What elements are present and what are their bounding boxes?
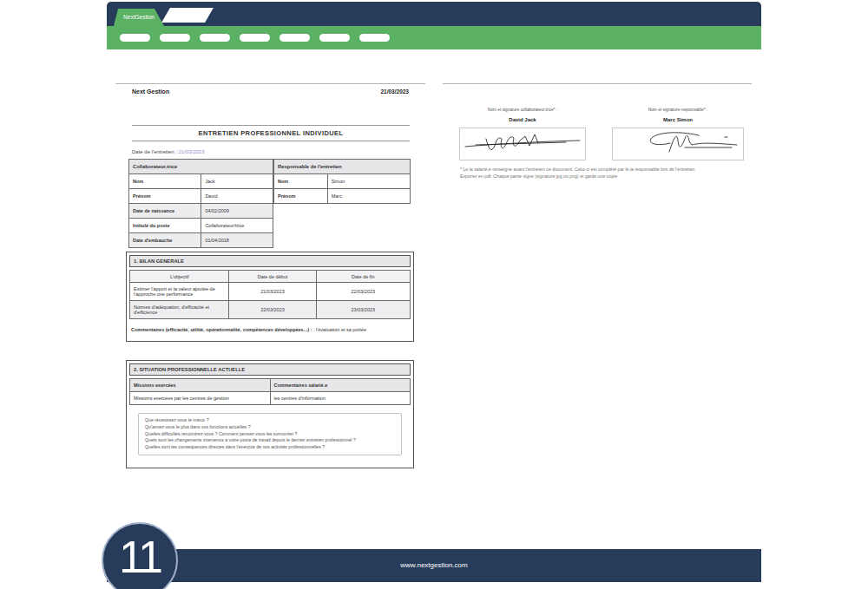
field-label: Prénom: [274, 189, 328, 204]
footer-bar: www.nextgestion.com: [107, 549, 761, 582]
field-value: 01/04/2018: [201, 233, 273, 248]
manager-signature-block: Nom et signature responsable* : Marc Sim…: [612, 108, 744, 160]
document-title: ENTRETIEN PROFESSIONNEL INDIVIDUEL: [132, 129, 410, 137]
table-row: Intitulé du poste Collaborateur/trice: [129, 219, 273, 233]
nav-pill-1[interactable]: [120, 34, 150, 42]
nav-pill-7[interactable]: [359, 34, 390, 42]
nav-pill-2[interactable]: [160, 34, 190, 42]
document-brand: Next Gestion: [132, 88, 169, 95]
collaborator-table-header: Collaborateur.trice: [129, 160, 273, 174]
interview-date-value: 21/03/2023: [179, 149, 205, 154]
field-value: Marc: [327, 189, 410, 204]
objective-cell: Normes d'adéquation, d'efficacité et d'e…: [130, 301, 229, 319]
table-row: Estimer l'apport et la valeur ajoutée de…: [130, 283, 411, 301]
objective-cell: Estimer l'apport et la valeur ajoutée de…: [130, 283, 229, 301]
table-row: Prénom David: [129, 189, 273, 204]
start-date-cell: 22/03/2023: [229, 301, 316, 319]
decorative-parallelogram: [161, 8, 214, 23]
comments-label: Commentaires (efficacité, utilité, opéra…: [131, 327, 312, 332]
question-line: Quels sont les changements intervenus à …: [145, 437, 395, 444]
collaborator-name: David Jack: [459, 117, 586, 122]
page-number-badge: 11: [102, 522, 178, 589]
column-header: Date de début: [229, 271, 316, 283]
missions-cell: Missions exercées par les centres de ges…: [130, 392, 271, 405]
collaborator-signature-label: Nom et signature collaborateur.trice* :: [459, 108, 586, 112]
section2-title: 2. SITUATION PROFESSIONNELLE ACTUELLE: [129, 363, 411, 376]
table-row: Prénom Marc: [274, 189, 411, 204]
field-value: Jack: [201, 174, 273, 189]
end-date-cell: 22/03/2023: [316, 283, 410, 301]
end-date-cell: 23/03/2023: [316, 301, 410, 319]
field-value: Simon: [327, 174, 410, 189]
nav-pills: [120, 34, 390, 42]
top-navy-bar: NextGestion: [107, 2, 761, 26]
slide-canvas: NextGestion Next Gestion 21/03/2023 ENTR…: [0, 0, 868, 589]
identity-tables: Collaborateur.trice Nom Jack Prénom Davi…: [128, 159, 411, 248]
document-header: Next Gestion 21/03/2023: [115, 84, 425, 95]
collaborator-signature-icon: [460, 128, 585, 160]
collaborator-signature-block: Nom et signature collaborateur.trice* : …: [459, 108, 586, 160]
collaborator-table: Collaborateur.trice Nom Jack Prénom Davi…: [128, 159, 273, 248]
field-value: Collaborateur/trice: [201, 219, 273, 233]
table-row: Date d'embauche 01/04/2018: [129, 233, 273, 248]
column-header: Date de fin: [316, 271, 410, 283]
comment-cell: les centres d'information: [270, 392, 411, 405]
section1-title: 1. BILAN GENERALE: [129, 255, 411, 267]
field-label: Nom: [274, 174, 328, 189]
manager-name: Marc Simon: [612, 117, 744, 122]
manager-table-header: Responsable de l'entretien: [274, 160, 411, 174]
page-number: 11: [119, 531, 161, 583]
field-value: David: [201, 189, 273, 204]
manager-table: Responsable de l'entretien Nom Simon Pré…: [273, 159, 411, 204]
signature-panel: Nom et signature collaborateur.trice* : …: [443, 83, 752, 180]
nav-pill-3[interactable]: [200, 34, 230, 42]
start-date-cell: 21/03/2023: [229, 283, 316, 301]
document-date: 21/03/2023: [380, 88, 409, 95]
field-label: Nom: [129, 174, 201, 189]
collaborator-signature-box: [459, 128, 586, 160]
nav-pill-6[interactable]: [319, 34, 350, 42]
table-header-row: L'objectif Date de début Date de fin: [130, 271, 411, 283]
panel-top-rule: [443, 83, 752, 84]
question-line: Qu'aimez-vous le plus dans vos fonctions…: [145, 424, 395, 431]
interview-document: Next Gestion 21/03/2023 ENTRETIEN PROFES…: [115, 83, 425, 95]
manager-signature-box: [612, 128, 744, 160]
comments-line: Commentaires (efficacité, utilité, opéra…: [127, 322, 413, 332]
question-line: Que réussissez-vous le mieux ?: [145, 417, 395, 424]
comments-value: : l'évaluation et sa portée: [313, 327, 366, 332]
footnote-line: Exporter en pdf. Chaque partie signe (si…: [460, 173, 750, 180]
column-header: Missions exercées: [130, 379, 271, 392]
section-situation-professionnelle: 2. SITUATION PROFESSIONNELLE ACTUELLE Mi…: [126, 360, 414, 468]
document-title-block: ENTRETIEN PROFESSIONNEL INDIVIDUEL: [132, 125, 410, 141]
nav-green-band: [107, 26, 761, 49]
situation-table: Missions exercées Commentaires salarié.e…: [129, 378, 411, 405]
footnote-line: * Le.la salarié.e renseigne avant l'entr…: [460, 167, 750, 173]
interview-date-line: Date de l'entretien : 21/03/2023: [132, 149, 205, 154]
brand-tab[interactable]: NextGestion: [114, 9, 164, 26]
manager-signature-label: Nom et signature responsable* :: [612, 108, 744, 112]
footer-url-link[interactable]: www.nextgestion.com: [400, 549, 467, 582]
field-label: Date d'embauche: [129, 233, 201, 248]
field-label: Date de naissance: [129, 204, 201, 219]
interview-date-label: Date de l'entretien :: [132, 149, 177, 154]
column-header: Commentaires salarié.e: [270, 379, 411, 392]
table-header-row: Missions exercées Commentaires salarié.e: [130, 379, 411, 392]
nav-pill-4[interactable]: [240, 34, 270, 42]
signature-footnote: * Le.la salarié.e renseigne avant l'entr…: [460, 167, 750, 180]
table-row: Nom Jack: [129, 174, 273, 189]
field-label: Prénom: [129, 189, 201, 204]
field-value: 04/02/2009: [201, 204, 273, 219]
question-line: Quelles sont les conséquences directes d…: [145, 444, 395, 451]
field-label: Intitulé du poste: [129, 219, 201, 233]
table-row: Date de naissance 04/02/2009: [129, 204, 273, 219]
questions-box: Que réussissez-vous le mieux ? Qu'aimez-…: [138, 413, 402, 455]
manager-signature-icon: [613, 128, 743, 160]
section-bilan-generale: 1. BILAN GENERALE L'objectif Date de déb…: [126, 252, 414, 342]
table-row: Nom Simon: [274, 174, 411, 189]
nav-pill-5[interactable]: [279, 34, 310, 42]
column-header: L'objectif: [130, 271, 229, 283]
question-line: Quelles difficultés rencontrez-vous ? Co…: [145, 431, 395, 438]
signature-columns: Nom et signature collaborateur.trice* : …: [443, 108, 752, 160]
bilan-table: L'objectif Date de début Date de fin Est…: [129, 270, 411, 319]
table-row: Missions exercées par les centres de ges…: [130, 392, 411, 405]
